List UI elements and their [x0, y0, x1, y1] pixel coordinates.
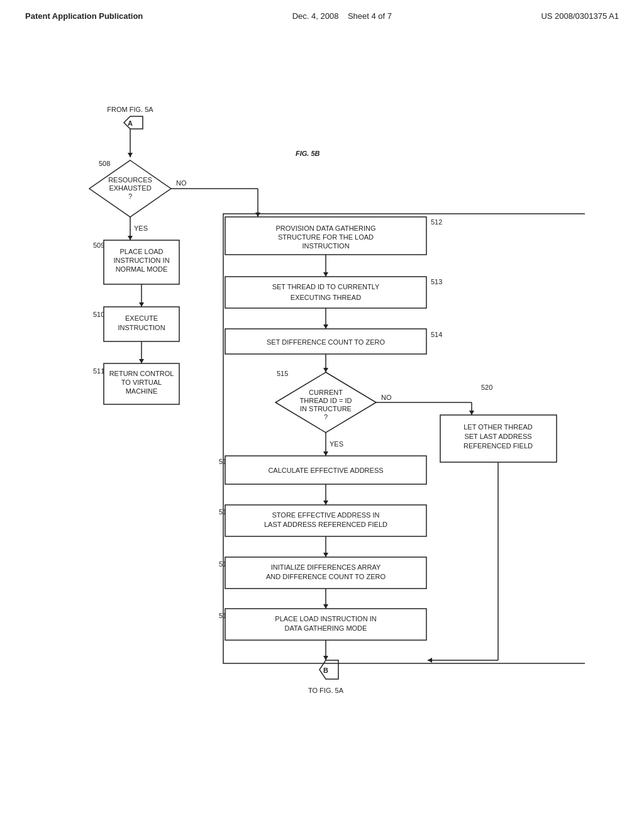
n509-text2: INSTRUCTION IN: [113, 257, 169, 264]
yes-label-508: YES: [134, 224, 148, 232]
n515-text1: CURRENT: [309, 389, 343, 396]
n511-text1: RETURN CONTROL: [109, 370, 174, 377]
arrow-512-513-head: [323, 272, 328, 277]
arrow-515-yes-head: [323, 451, 328, 456]
n519-text2: DATA GATHERING MODE: [285, 624, 367, 632]
arrow-a-to-508-head: [128, 153, 133, 157]
connector-a-label: A: [128, 119, 133, 127]
page: Patent Application Publication Dec. 4, 2…: [0, 0, 644, 830]
arrow-517-518-head: [323, 553, 328, 557]
no-label-508: NO: [176, 179, 187, 187]
n511-text3: MACHINE: [126, 387, 158, 395]
n512-text2: STRUCTURE FOR THE LOAD: [278, 233, 374, 241]
n508-text3: ?: [128, 192, 132, 200]
n511-label: 511: [93, 367, 104, 375]
fig-label: FIG. 5B: [296, 150, 320, 157]
from-fig-label: FROM FIG. 5A: [107, 106, 153, 113]
n512-text1: PROVISION DATA GATHERING: [276, 224, 376, 232]
n510-text1: EXECUTE: [125, 314, 158, 322]
flowchart: FIG. 5B FROM FIG. 5A A 508 RESOURCES EXH…: [63, 82, 585, 792]
n512-text3: INSTRUCTION: [302, 242, 349, 250]
yes-label-515: YES: [330, 440, 343, 448]
header: Patent Application Publication Dec. 4, 2…: [0, 0, 644, 21]
n513-text1: SET THREAD ID TO CURRENTLY: [272, 283, 380, 290]
n508-text1: RESOURCES: [108, 176, 152, 184]
arrow-508-yes-head: [128, 236, 133, 240]
arrow-509-510-head: [139, 302, 144, 307]
n515-label: 515: [277, 370, 288, 377]
arrow-518-519-head: [323, 604, 328, 609]
n508-text2: EXHAUSTED: [109, 184, 151, 192]
n512-label: 512: [431, 218, 442, 226]
arrow-513-514-head: [323, 324, 328, 329]
n515-text3: IN STRUCTURE: [300, 405, 352, 412]
n509-text3: NORMAL MODE: [116, 265, 168, 273]
n509-text1: PLACE LOAD: [119, 248, 163, 255]
n515-text2: THREAD ID = ID: [300, 397, 352, 404]
n508-label: 508: [99, 160, 110, 167]
flowchart-svg: FIG. 5B FROM FIG. 5A A 508 RESOURCES EXH…: [63, 82, 585, 792]
header-left: Patent Application Publication: [25, 11, 143, 21]
connector-b-label: B: [323, 667, 328, 674]
n509-label: 509: [93, 241, 104, 249]
n510-label: 510: [93, 311, 104, 318]
n517-text1: STORE EFFECTIVE ADDRESS IN: [272, 511, 380, 519]
arrow-519-b-head: [323, 656, 328, 660]
no-label-515: NO: [381, 394, 392, 401]
arrow-516-517-head: [323, 501, 328, 505]
n510-text2: INSTRUCTION: [118, 324, 165, 331]
n520-text3: REFERENCED FIELD: [464, 442, 533, 450]
n520-text1: LET OTHER THREAD: [464, 423, 533, 431]
n517-text2: LAST ADDRESS REFERENCED FIELD: [264, 521, 387, 528]
arrow-520-rejoin-head: [428, 658, 432, 663]
n515-text4: ?: [324, 413, 328, 421]
header-date: Dec. 4, 2008 Sheet 4 of 7: [292, 11, 392, 21]
n520-text2: SET LAST ADDRESS: [464, 433, 531, 440]
n511-text2: TO VIRTUAL: [121, 379, 162, 386]
arrow-514-515-head: [323, 368, 328, 372]
n519-text1: PLACE LOAD INSTRUCTION IN: [275, 615, 376, 622]
n513-rect: [225, 277, 426, 308]
arrow-515-no-head: [469, 411, 474, 415]
n514-label: 514: [431, 331, 442, 338]
n516-text1: CALCULATE EFFECTIVE ADDRESS: [268, 467, 383, 474]
n518-text1: INITIALIZE DIFFERENCES ARRAY: [271, 563, 381, 571]
n513-label: 513: [431, 278, 442, 285]
arrow-510-511-head: [139, 359, 144, 363]
n520-label: 520: [481, 384, 492, 391]
n514-text1: SET DIFFERENCE COUNT TO ZERO: [267, 338, 385, 346]
connector-a: [124, 116, 143, 129]
header-right: US 2008/0301375 A1: [541, 11, 619, 21]
to-fig-label: TO FIG. 5A: [308, 687, 344, 694]
n513-text2: EXECUTING THREAD: [291, 294, 361, 301]
arrow-508-no-head: [255, 213, 260, 217]
n518-text2: AND DIFFERENCE COUNT TO ZERO: [266, 573, 386, 580]
